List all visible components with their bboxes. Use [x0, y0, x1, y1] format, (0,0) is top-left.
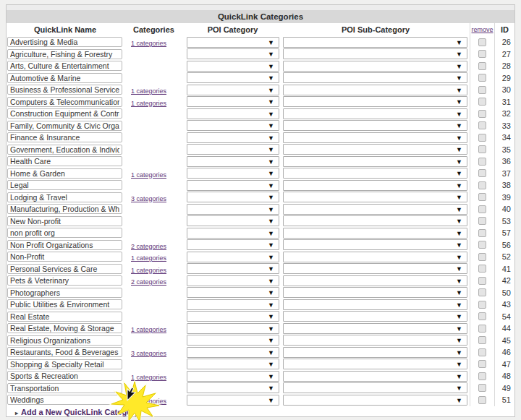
categories-link[interactable]: 1 categories	[131, 267, 166, 274]
categories-link[interactable]: 1 categories	[131, 326, 166, 333]
poi-sub-category-select[interactable]: ▼	[283, 180, 467, 191]
poi-category-select[interactable]: ▼	[187, 132, 279, 143]
poi-sub-category-select[interactable]: ▼	[283, 72, 467, 83]
poi-sub-category-select[interactable]: ▼	[283, 108, 467, 119]
poi-sub-category-select[interactable]: ▼	[283, 299, 467, 310]
quicklink-name-input[interactable]	[7, 145, 122, 155]
quicklink-name-input[interactable]	[7, 264, 122, 274]
poi-sub-category-select[interactable]: ▼	[283, 85, 467, 95]
remove-checkbox[interactable]	[478, 241, 486, 249]
poi-sub-category-select[interactable]: ▼	[283, 215, 467, 226]
quicklink-name-input[interactable]	[7, 228, 122, 238]
poi-category-select[interactable]: ▼	[187, 371, 279, 382]
poi-sub-category-select[interactable]: ▼	[283, 61, 467, 72]
poi-sub-category-select[interactable]: ▼	[283, 192, 467, 202]
remove-checkbox[interactable]	[478, 360, 486, 368]
poi-category-select[interactable]: ▼	[187, 108, 279, 119]
remove-checkbox[interactable]	[478, 110, 486, 118]
poi-sub-category-select[interactable]: ▼	[283, 156, 467, 167]
quicklink-name-input[interactable]	[7, 347, 122, 357]
categories-link[interactable]: 1 categories	[131, 40, 166, 47]
remove-checkbox[interactable]	[478, 169, 486, 177]
quicklink-name-input[interactable]	[7, 121, 122, 131]
poi-category-select[interactable]: ▼	[187, 72, 279, 83]
poi-category-select[interactable]: ▼	[187, 335, 279, 346]
remove-checkbox[interactable]	[478, 121, 486, 129]
remove-checkbox[interactable]	[478, 181, 486, 189]
poi-sub-category-select[interactable]: ▼	[283, 239, 467, 250]
poi-category-select[interactable]: ▼	[187, 299, 279, 310]
quicklink-name-input[interactable]	[7, 192, 122, 202]
categories-link[interactable]: 1 categories	[131, 398, 166, 405]
remove-checkbox[interactable]	[478, 217, 486, 225]
poi-sub-category-select[interactable]: ▼	[283, 252, 467, 262]
remove-checkbox[interactable]	[478, 277, 486, 285]
quicklink-name-input[interactable]	[7, 383, 122, 393]
poi-sub-category-select[interactable]: ▼	[283, 228, 467, 239]
remove-checkbox[interactable]	[478, 396, 486, 404]
quicklink-name-input[interactable]	[7, 61, 122, 71]
remove-checkbox[interactable]	[478, 384, 486, 392]
quicklink-name-input[interactable]	[7, 73, 122, 83]
poi-category-select[interactable]: ▼	[187, 85, 279, 95]
poi-sub-category-select[interactable]: ▼	[283, 335, 467, 346]
remove-checkbox[interactable]	[478, 325, 486, 333]
remove-checkbox[interactable]	[478, 158, 486, 166]
poi-category-select[interactable]: ▼	[187, 156, 279, 167]
remove-checkbox[interactable]	[478, 38, 486, 46]
categories-link[interactable]: 3 categories	[131, 350, 166, 357]
quicklink-name-input[interactable]	[7, 180, 122, 190]
quicklink-name-input[interactable]	[7, 323, 122, 333]
poi-sub-category-select[interactable]: ▼	[283, 275, 467, 286]
quicklink-name-input[interactable]	[7, 299, 122, 309]
poi-category-select[interactable]: ▼	[187, 192, 279, 202]
quicklink-name-input[interactable]	[7, 168, 122, 179]
remove-checkbox[interactable]	[478, 98, 486, 106]
quicklink-name-input[interactable]	[7, 216, 122, 226]
remove-checkbox[interactable]	[478, 229, 486, 237]
quicklink-name-input[interactable]	[7, 275, 122, 286]
quicklink-name-input[interactable]	[7, 240, 122, 250]
poi-sub-category-select[interactable]: ▼	[283, 120, 467, 131]
quicklink-name-input[interactable]	[7, 49, 122, 59]
categories-link[interactable]: 1 categories	[131, 254, 166, 262]
remove-all-link[interactable]: remove	[470, 23, 494, 36]
quicklink-name-input[interactable]	[7, 312, 122, 322]
remove-checkbox[interactable]	[478, 265, 486, 273]
quicklink-name-input[interactable]	[7, 85, 122, 95]
poi-sub-category-select[interactable]: ▼	[283, 395, 467, 406]
poi-category-select[interactable]: ▼	[187, 359, 279, 369]
add-quicklink-category-link[interactable]: ▸Add a New QuickLink Category	[15, 408, 139, 416]
quicklink-name-input[interactable]	[7, 204, 122, 214]
poi-category-select[interactable]: ▼	[187, 275, 279, 286]
poi-category-select[interactable]: ▼	[187, 168, 279, 179]
quicklink-name-input[interactable]	[7, 288, 122, 298]
categories-link[interactable]: 1 categories	[131, 374, 166, 381]
poi-sub-category-select[interactable]: ▼	[283, 168, 467, 179]
remove-checkbox[interactable]	[478, 301, 486, 309]
remove-checkbox[interactable]	[478, 145, 486, 153]
remove-checkbox[interactable]	[478, 253, 486, 261]
remove-checkbox[interactable]	[478, 372, 486, 380]
remove-checkbox[interactable]	[478, 62, 486, 70]
poi-category-select[interactable]: ▼	[187, 120, 279, 131]
poi-category-select[interactable]: ▼	[187, 215, 279, 226]
poi-category-select[interactable]: ▼	[187, 239, 279, 250]
poi-category-select[interactable]: ▼	[187, 37, 279, 48]
remove-checkbox[interactable]	[478, 312, 486, 320]
remove-checkbox[interactable]	[478, 86, 486, 94]
quicklink-name-input[interactable]	[7, 37, 122, 47]
poi-category-select[interactable]: ▼	[187, 48, 279, 59]
quicklink-name-input[interactable]	[7, 132, 122, 142]
remove-checkbox[interactable]	[478, 336, 486, 344]
categories-link[interactable]: 1 categories	[131, 171, 166, 179]
quicklink-name-input[interactable]	[7, 371, 122, 381]
poi-category-select[interactable]: ▼	[187, 382, 279, 393]
quicklink-name-input[interactable]	[7, 359, 122, 369]
poi-sub-category-select[interactable]: ▼	[283, 347, 467, 358]
categories-link[interactable]: 1 categories	[131, 87, 166, 95]
categories-link[interactable]: 2 categories	[131, 278, 166, 286]
poi-sub-category-select[interactable]: ▼	[283, 359, 467, 369]
poi-sub-category-select[interactable]: ▼	[283, 37, 467, 48]
poi-sub-category-select[interactable]: ▼	[283, 96, 467, 107]
